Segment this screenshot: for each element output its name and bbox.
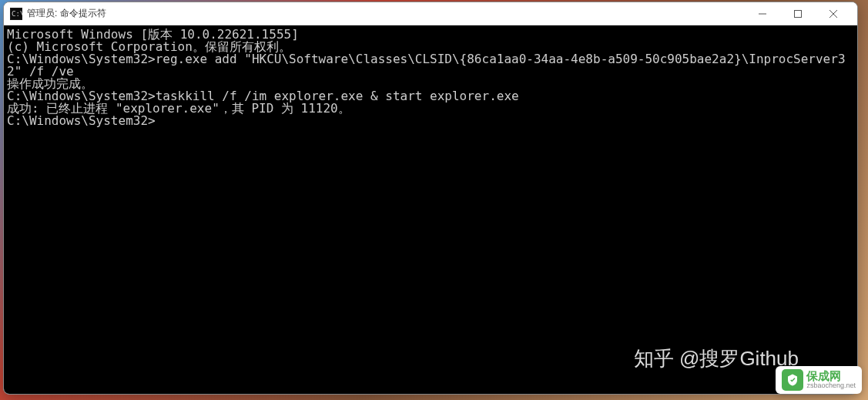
terminal-line: C:\Windows\System32>reg.exe add "HKCU\So… xyxy=(7,53,854,78)
svg-text:C:\: C:\ xyxy=(12,10,22,18)
cmd-icon: C:\ xyxy=(10,8,22,20)
shield-icon xyxy=(782,369,803,391)
close-button[interactable] xyxy=(816,2,851,25)
window-title: 管理员: 命令提示符 xyxy=(27,7,745,20)
maximize-button[interactable] xyxy=(780,2,816,25)
baocheng-name: 保成网 xyxy=(806,370,856,383)
baocheng-text-wrap: 保成网 zsbaocheng.net xyxy=(806,370,856,390)
window-controls xyxy=(745,2,851,25)
titlebar[interactable]: C:\ 管理员: 命令提示符 xyxy=(4,2,857,25)
baocheng-url: zsbaocheng.net xyxy=(806,382,856,390)
minimize-button[interactable] xyxy=(745,2,780,25)
terminal-line: C:\Windows\System32> xyxy=(7,115,854,127)
svg-rect-3 xyxy=(795,10,802,17)
baocheng-watermark: 保成网 zsbaocheng.net xyxy=(776,366,862,394)
terminal-area[interactable]: Microsoft Windows [版本 10.0.22621.1555](c… xyxy=(4,25,857,394)
command-prompt-window: C:\ 管理员: 命令提示符 Microsoft Windows [版本 10.… xyxy=(3,2,858,395)
